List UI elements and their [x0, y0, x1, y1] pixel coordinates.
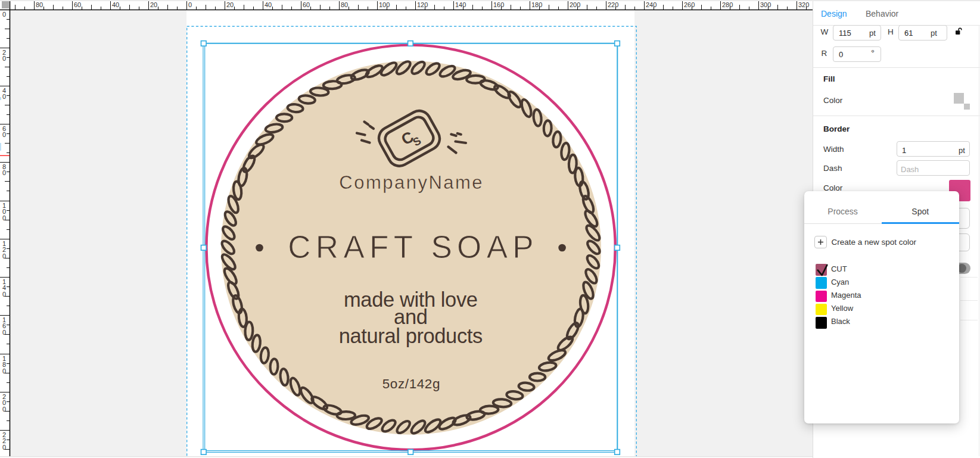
svg-text:80: 80	[36, 1, 43, 8]
svg-text:40: 40	[265, 1, 272, 8]
svg-text:0: 0	[2, 169, 6, 176]
svg-text:280: 280	[722, 1, 733, 8]
svg-text:120: 120	[417, 1, 428, 8]
svg-text:0: 0	[2, 131, 6, 138]
svg-text:0: 0	[2, 11, 6, 18]
svg-text:60: 60	[303, 1, 310, 8]
svg-text:0: 0	[2, 93, 6, 100]
svg-text:260: 260	[684, 1, 695, 8]
svg-text:100: 100	[379, 1, 390, 8]
svg-text:80: 80	[341, 1, 348, 8]
svg-text:0: 0	[2, 55, 6, 62]
svg-text:240: 240	[646, 1, 657, 8]
svg-text:20: 20	[150, 1, 157, 8]
svg-text:220: 220	[608, 1, 618, 8]
svg-text:0: 0	[188, 1, 192, 8]
svg-text:180: 180	[531, 1, 542, 8]
svg-text:140: 140	[455, 1, 466, 8]
svg-text:320: 320	[798, 1, 809, 8]
svg-text:60: 60	[74, 1, 81, 8]
svg-text:40: 40	[112, 1, 119, 8]
svg-text:20: 20	[226, 1, 234, 8]
svg-text:160: 160	[493, 1, 504, 8]
svg-text:300: 300	[760, 1, 771, 8]
svg-text:200: 200	[570, 1, 580, 8]
